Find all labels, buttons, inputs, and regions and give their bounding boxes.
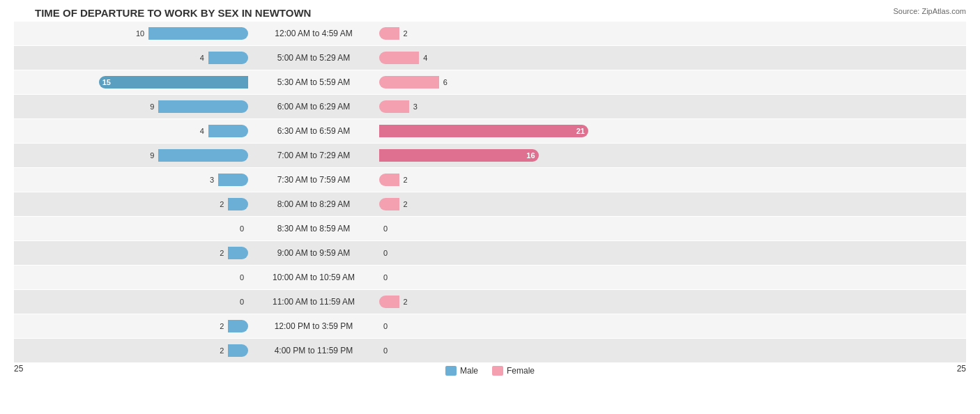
male-bar-area: 2 <box>14 198 251 210</box>
time-range-label: 12:00 PM to 3:59 PM <box>251 321 376 331</box>
male-bar <box>228 320 248 332</box>
male-value-label: 0 <box>240 298 244 306</box>
female-value-label: 4 <box>423 54 427 62</box>
axis-right-label: 25 <box>729 364 966 374</box>
female-bar-area: 0 <box>376 273 613 282</box>
chart-container: TIME OF DEPARTURE TO WORK BY SEX IN NEWT… <box>0 0 980 414</box>
time-range-label: 4:00 PM to 11:59 PM <box>251 346 376 355</box>
male-bar-area: 9 <box>14 149 251 162</box>
male-bar-area: 0 <box>14 298 251 306</box>
male-value-label: 3 <box>210 176 214 184</box>
male-bar <box>228 344 248 357</box>
axis-bottom: 25 Male Female 25 <box>14 362 966 376</box>
female-value-label: 6 <box>443 78 447 86</box>
female-bar <box>379 296 399 308</box>
male-value-label: 10 <box>136 29 144 38</box>
male-value-label: 2 <box>220 346 224 355</box>
male-bar <box>218 174 248 186</box>
female-bar-area: 2 <box>376 174 613 186</box>
table-row: 011:00 AM to 11:59 AM2 <box>14 290 966 314</box>
chart-area: 1012:00 AM to 4:59 AM245:00 AM to 5:29 A… <box>14 22 966 359</box>
table-row: 155:30 AM to 5:59 AM6 <box>14 70 966 94</box>
male-bar-area: 4 <box>14 125 251 137</box>
male-value-label: 2 <box>220 322 224 330</box>
chart-title: TIME OF DEPARTURE TO WORK BY SEX IN NEWT… <box>14 7 966 19</box>
legend-female: Female <box>492 366 535 376</box>
female-bar <box>379 100 409 113</box>
table-row: 28:00 AM to 8:29 AM2 <box>14 192 966 216</box>
male-value-label: 9 <box>150 102 154 111</box>
male-value-label: 9 <box>150 151 154 160</box>
table-row: 212:00 PM to 3:59 PM0 <box>14 314 966 338</box>
female-bar-area: 6 <box>376 76 613 89</box>
male-bar-area: 10 <box>14 27 251 40</box>
time-range-label: 7:30 AM to 7:59 AM <box>251 175 376 185</box>
legend-female-label: Female <box>507 366 535 376</box>
female-bar-area: 0 <box>376 224 613 233</box>
time-range-label: 6:00 AM to 6:29 AM <box>251 102 376 112</box>
table-row: 010:00 AM to 10:59 AM0 <box>14 266 966 289</box>
legend-male: Male <box>445 366 478 376</box>
female-value-label: 0 <box>383 224 388 233</box>
male-value-label: 2 <box>220 200 224 208</box>
legend-male-box <box>445 366 457 376</box>
female-bar-area: 4 <box>376 52 613 64</box>
male-bar <box>148 27 248 40</box>
time-range-label: 5:30 AM to 5:59 AM <box>251 77 376 87</box>
male-bar <box>208 52 248 64</box>
male-value-label: 4 <box>200 127 204 135</box>
male-bar-area: 0 <box>14 273 251 282</box>
male-bar-area: 2 <box>14 344 251 357</box>
male-bar-area: 2 <box>14 247 251 259</box>
time-range-label: 8:00 AM to 8:29 AM <box>251 199 376 209</box>
female-value-label: 2 <box>404 298 408 306</box>
time-range-label: 5:00 AM to 5:29 AM <box>251 53 376 63</box>
table-row: 08:30 AM to 8:59 AM0 <box>14 217 966 240</box>
male-bar-area: 2 <box>14 320 251 332</box>
female-value-label: 0 <box>383 249 388 257</box>
female-value-label: 0 <box>383 322 388 330</box>
female-bar <box>379 198 399 210</box>
table-row: 1012:00 AM to 4:59 AM2 <box>14 22 966 45</box>
axis-left-label: 25 <box>14 364 251 374</box>
female-value-label: 2 <box>404 200 408 208</box>
time-range-label: 6:30 AM to 6:59 AM <box>251 126 376 136</box>
female-bar-area: 2 <box>376 296 613 308</box>
female-bar-area: 3 <box>376 100 613 113</box>
time-range-label: 12:00 AM to 4:59 AM <box>251 29 376 38</box>
female-bar-area: 2 <box>376 198 613 210</box>
male-bar <box>158 149 248 162</box>
table-row: 37:30 AM to 7:59 AM2 <box>14 168 966 192</box>
female-bar-area: 16 <box>376 149 613 162</box>
male-value-label: 0 <box>240 224 244 233</box>
female-bar-area: 2 <box>376 27 613 40</box>
time-range-label: 11:00 AM to 11:59 AM <box>251 297 376 307</box>
male-value-label: 0 <box>240 273 244 282</box>
female-bar-area: 0 <box>376 346 613 355</box>
table-row: 29:00 AM to 9:59 AM0 <box>14 241 966 265</box>
male-bar <box>158 100 248 113</box>
female-bar-area: 0 <box>376 322 613 330</box>
legend-female-box <box>492 366 503 376</box>
female-value-label: 0 <box>383 273 388 282</box>
male-bar-area: 9 <box>14 100 251 113</box>
female-bar-area: 0 <box>376 249 613 257</box>
female-bar <box>379 174 399 186</box>
male-value-label: 4 <box>200 54 204 62</box>
female-value-badge: 16 <box>523 151 538 160</box>
male-bar-area: 3 <box>14 174 251 186</box>
female-value-label: 3 <box>413 102 418 111</box>
time-range-label: 9:00 AM to 9:59 AM <box>251 248 376 258</box>
time-range-label: 7:00 AM to 7:29 AM <box>251 151 376 160</box>
male-bar-area: 4 <box>14 52 251 64</box>
male-bar <box>208 125 248 137</box>
female-bar <box>379 76 439 89</box>
female-bar <box>379 52 419 64</box>
table-row: 45:00 AM to 5:29 AM4 <box>14 46 966 70</box>
source-text: Source: ZipAtlas.com <box>893 7 966 15</box>
male-bar-area: 15 <box>14 76 251 89</box>
female-value-label: 2 <box>404 29 408 38</box>
male-bar <box>228 247 248 259</box>
legend-male-label: Male <box>460 366 478 376</box>
time-range-label: 10:00 AM to 10:59 AM <box>251 273 376 282</box>
